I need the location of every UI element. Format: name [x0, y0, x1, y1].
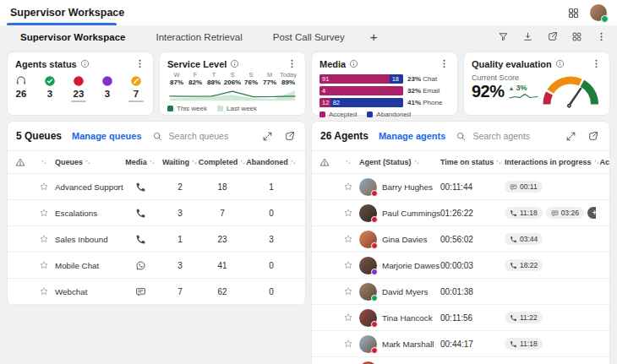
favorite-star-icon[interactable] — [343, 286, 353, 296]
table-row[interactable]: Geynor Davidson 00:00:22 11:1800:11 — [312, 357, 609, 364]
col-abandoned[interactable]: Abandoned — [244, 158, 298, 166]
manage-agents-link[interactable]: Manage agents — [379, 131, 445, 141]
available-status-icon — [44, 75, 56, 87]
more-interactions-chip[interactable]: + 1 — [587, 207, 596, 219]
user-avatar[interactable] — [590, 4, 607, 21]
sort-icon[interactable] — [345, 159, 352, 166]
col-media[interactable]: Media — [121, 158, 160, 166]
tab-post-call-survey[interactable]: Post Call Survey — [273, 32, 345, 42]
col-time-on-status[interactable]: Time on status — [440, 158, 505, 166]
col-interactions[interactable]: Interactions in progress — [505, 158, 600, 166]
service-level-day-column: T88% — [205, 71, 223, 86]
download-icon[interactable] — [522, 31, 533, 42]
time-on-status: 00:00:03 — [440, 261, 505, 270]
favorite-star-icon[interactable] — [39, 234, 49, 244]
favorite-star-icon[interactable] — [39, 260, 49, 270]
interactions: 03:44 — [505, 233, 596, 245]
page-title: Supervisor Workspace — [10, 7, 124, 19]
tab-interaction-retrieval[interactable]: Interaction Retrieval — [156, 32, 242, 42]
tables: 5 Queues Manage queues — [7, 121, 610, 364]
col-agent-status[interactable]: Agent (Status) — [359, 158, 440, 166]
accepted-bar: 12 — [319, 98, 330, 107]
waiting-count: 7 — [160, 287, 200, 296]
status-engaged[interactable]: 23 — [68, 75, 90, 102]
media-bar-row: 128241% Phone — [319, 98, 450, 107]
table-row[interactable]: Paul Cummings 01:26:22 11:1803:26+ 1 — [312, 200, 609, 226]
table-row[interactable]: Webchat 7 62 0 — [8, 279, 305, 305]
favorite-star-icon[interactable] — [343, 312, 353, 323]
chat-interaction-chip[interactable]: 03:26 — [546, 207, 584, 219]
open-in-new-icon[interactable] — [547, 31, 558, 42]
up-arrow-icon: ▲ — [509, 85, 515, 91]
status-available[interactable]: 3 — [39, 75, 61, 102]
alert-column-icon[interactable] — [15, 157, 25, 167]
chat-interaction-chip[interactable]: 00:11 — [505, 181, 543, 193]
legend-last-week: Last week — [217, 105, 257, 112]
interactions: 00:11 — [505, 181, 596, 193]
kebab-icon[interactable] — [287, 58, 298, 69]
favorite-star-icon[interactable] — [39, 208, 49, 218]
favorite-star-icon[interactable] — [39, 182, 49, 192]
apps-icon[interactable] — [567, 7, 580, 19]
table-row[interactable]: Gina Davies 00:56:02 03:44 — [312, 226, 609, 253]
agents-search-input[interactable] — [471, 130, 545, 142]
alert-column-icon[interactable] — [319, 157, 330, 167]
call-interaction-chip[interactable]: 11:18 — [505, 338, 543, 350]
queues-search-input[interactable] — [167, 130, 242, 142]
table-row[interactable]: Barry Hughes 00:11:44 00:11 — [312, 174, 609, 200]
table-row[interactable]: Escalations 3 7 0 — [8, 200, 305, 226]
favorite-star-icon[interactable] — [343, 260, 353, 270]
favorite-star-icon[interactable] — [343, 182, 353, 192]
top-header: Supervisor Workspace — [0, 0, 617, 25]
table-row[interactable]: Advanced Support 2 18 1 — [8, 174, 305, 200]
info-icon[interactable] — [80, 59, 90, 68]
favorite-star-icon[interactable] — [39, 286, 49, 296]
table-row[interactable]: David Myers 00:01:38 — [312, 279, 609, 305]
abandoned-bar: 82 — [330, 98, 403, 107]
call-interaction-chip[interactable]: 18:22 — [505, 259, 543, 271]
sort-icon — [85, 159, 91, 166]
media-channel-label: 23% Chat — [407, 75, 450, 83]
table-row[interactable]: Mark Marshall 00:44:17 11:18 — [312, 331, 609, 357]
table-row[interactable]: Sales Inbound 1 23 3 — [8, 226, 305, 253]
kebab-icon[interactable] — [134, 58, 145, 69]
kebab-icon[interactable] — [609, 131, 610, 142]
call-interaction-chip[interactable]: 11:18 — [505, 207, 543, 219]
table-row[interactable]: Mobile Chat 3 41 0 — [8, 253, 305, 279]
table-row[interactable]: Marjorie Dawes 00:00:03 18:22 — [312, 253, 609, 279]
favorite-star-icon[interactable] — [343, 234, 353, 244]
agents-panel: 26 Agents Manage agents — [311, 121, 610, 364]
apps-grid-icon[interactable] — [571, 31, 582, 42]
open-in-new-icon[interactable] — [587, 131, 598, 142]
col-queues[interactable]: Queues — [55, 158, 121, 166]
col-waiting[interactable]: Waiting — [160, 158, 200, 166]
card-title: Service Level — [167, 59, 227, 69]
favorite-star-icon[interactable] — [343, 339, 353, 349]
sort-icon[interactable] — [41, 159, 47, 166]
queues-panel: 5 Queues Manage queues — [7, 121, 306, 306]
col-actions-truncated[interactable]: Ac — [600, 158, 610, 166]
call-interaction-chip[interactable]: 03:44 — [505, 233, 543, 245]
manage-queues-link[interactable]: Manage queues — [72, 131, 142, 141]
call-interaction-chip[interactable]: 11:22 — [505, 312, 543, 323]
open-in-new-icon[interactable] — [284, 131, 295, 142]
dashboard: Agents status 26 3233711 Service Level — [0, 52, 617, 364]
expand-icon[interactable] — [565, 131, 576, 142]
avatar — [359, 178, 377, 196]
kebab-icon[interactable] — [596, 31, 607, 42]
tab-supervisor-workspace[interactable]: Supervisor Workspace — [20, 32, 125, 42]
favorite-star-icon[interactable] — [343, 208, 353, 218]
info-icon[interactable] — [349, 59, 358, 68]
add-tab-button[interactable]: + — [370, 30, 378, 43]
kebab-icon[interactable] — [439, 58, 450, 69]
status-on-hold[interactable]: 3 — [96, 75, 118, 102]
info-icon[interactable] — [230, 59, 239, 68]
abandoned-count: 0 — [244, 209, 298, 218]
sort-icon — [149, 159, 156, 166]
filter-icon[interactable] — [498, 31, 509, 42]
status-idle[interactable]: 7 — [125, 75, 147, 102]
legend-this-week: This week — [167, 105, 207, 112]
table-row[interactable]: Tina Hancock 00:11:56 11:22 — [312, 305, 609, 331]
expand-icon[interactable] — [262, 131, 273, 142]
col-completed[interactable]: Completed — [200, 158, 244, 166]
